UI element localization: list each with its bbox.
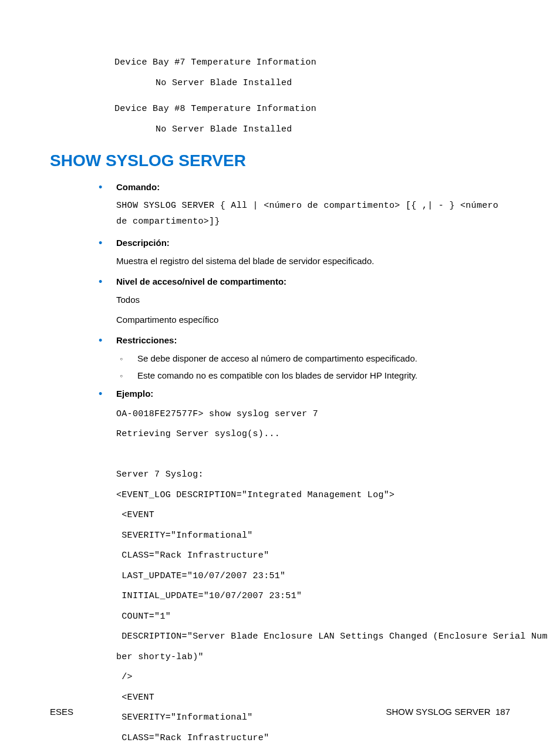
- code-line-bay7: Device Bay #7 Temperature Information: [114, 53, 510, 73]
- item-comando: Comando: SHOW SYSLOG SERVER { All | <núm…: [94, 182, 510, 229]
- footer-page-number: 187: [495, 707, 510, 717]
- restricciones-sublist: Se debe disponer de acceso al número de …: [116, 353, 510, 380]
- item-nivel: Nivel de acceso/nivel de compartimento: …: [94, 276, 510, 327]
- code-line-bay8-msg: No Server Blade Installed: [156, 120, 510, 140]
- footer-right: SHOW SYSLOG SERVER 187: [386, 707, 510, 717]
- section-heading: SHOW SYSLOG SERVER: [50, 151, 510, 170]
- code-line-bay8: Device Bay #8 Temperature Information: [114, 99, 510, 120]
- label-comando: Comando:: [116, 182, 160, 192]
- label-ejemplo: Ejemplo:: [116, 389, 153, 399]
- text-nivel-2: Compartimento específico: [116, 313, 510, 327]
- label-descripcion: Descripción:: [116, 238, 170, 248]
- label-nivel: Nivel de acceso/nivel de compartimento:: [116, 276, 286, 286]
- footer-section-label: SHOW SYSLOG SERVER: [386, 707, 491, 717]
- text-nivel-1: Todos: [116, 293, 510, 307]
- restriccion-1: Se debe disponer de acceso al número de …: [116, 353, 510, 363]
- command-definition-list: Comando: SHOW SYSLOG SERVER { All | <núm…: [94, 182, 510, 746]
- text-descripcion: Muestra el registro del sistema del blad…: [116, 255, 510, 268]
- item-restricciones: Restricciones: Se debe disponer de acces…: [94, 335, 510, 380]
- top-code-block: Device Bay #7 Temperature Information No…: [50, 53, 510, 140]
- label-restricciones: Restricciones:: [116, 335, 177, 345]
- restriccion-1-text: Se debe disponer de acceso al número de …: [137, 353, 417, 363]
- code-line-bay7-msg: No Server Blade Installed: [156, 73, 510, 94]
- restriccion-2: Este comando no es compatible con los bl…: [116, 370, 510, 380]
- item-ejemplo: Ejemplo: OA-0018FE27577F> show syslog se…: [94, 389, 510, 747]
- example-code: OA-0018FE27577F> show syslog server 7 Re…: [116, 404, 510, 747]
- item-descripcion: Descripción: Muestra el registro del sis…: [94, 238, 510, 268]
- command-syntax: SHOW SYSLOG SERVER { All | <número de co…: [116, 198, 510, 229]
- footer-left: ESES: [50, 707, 73, 717]
- page-footer: ESES SHOW SYSLOG SERVER 187: [50, 707, 510, 717]
- restriccion-2-text: Este comando no es compatible con los bl…: [137, 370, 417, 380]
